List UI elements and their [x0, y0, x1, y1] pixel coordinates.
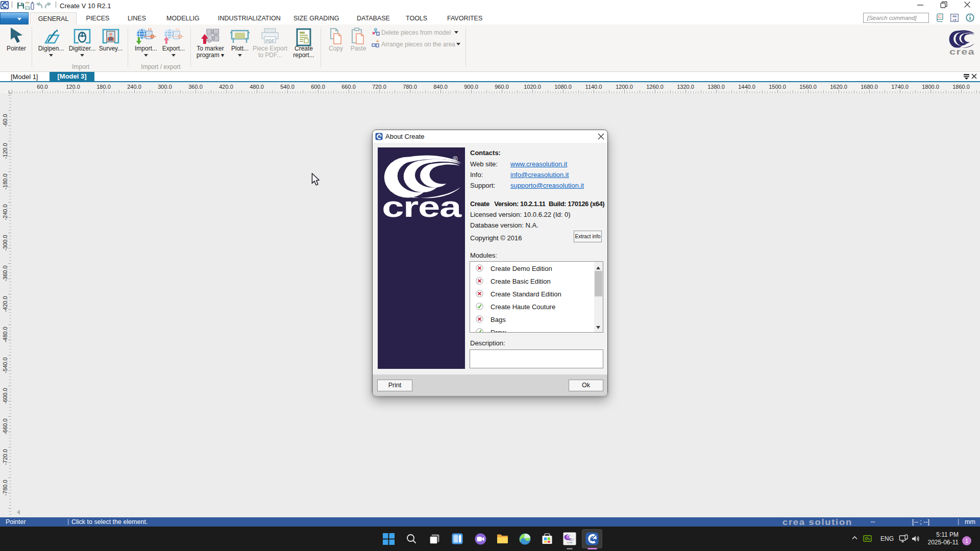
svg-text:G: G: [938, 14, 942, 19]
svg-text:Alt: Alt: [952, 15, 957, 18]
svg-text:PDF: PDF: [265, 38, 275, 43]
svg-text:+X: +X: [952, 18, 957, 21]
svg-text:crea: crea: [567, 541, 573, 544]
